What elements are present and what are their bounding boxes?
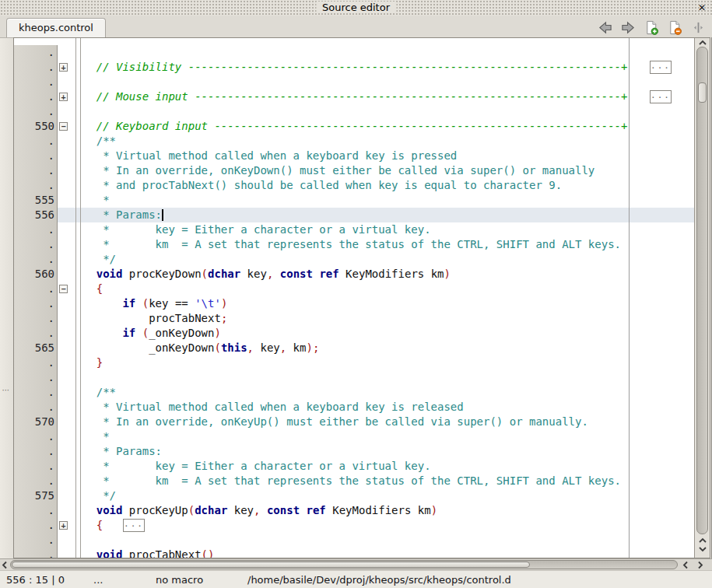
navigate-back-icon[interactable] xyxy=(598,20,612,35)
fold-gutter xyxy=(58,75,70,89)
code-line[interactable]: . * Params: xyxy=(14,444,694,459)
code-line[interactable]: 550− // Keyboard input -----------------… xyxy=(14,119,694,134)
vertical-scroll-thumb[interactable] xyxy=(698,82,707,103)
scroll-left-icon[interactable] xyxy=(682,561,691,569)
code-line[interactable]: . void procTabNext() xyxy=(14,548,694,558)
code-line[interactable]: 555 * xyxy=(14,193,694,208)
fold-gutter xyxy=(58,104,70,119)
code-text: // Keyboard input ----------------------… xyxy=(70,119,694,134)
code-line[interactable]: . * km = A set that represents the statu… xyxy=(14,237,694,252)
code-line[interactable]: 570 * In an override, onKeyUp() must eit… xyxy=(14,415,694,429)
scroll-up-icon[interactable] xyxy=(698,39,707,47)
line-number: . xyxy=(14,149,58,163)
code-line[interactable]: .+ // Mouse input ----------------------… xyxy=(14,89,694,104)
code-line[interactable]: . * Virtual method called when a keyboar… xyxy=(14,400,694,415)
code-line[interactable]: .+ {... xyxy=(14,518,694,533)
navigate-forward-icon[interactable] xyxy=(621,20,636,35)
fold-gutter: − xyxy=(58,282,70,296)
side-splitter[interactable]: ⋯ xyxy=(0,37,13,558)
folded-code-box[interactable]: ... xyxy=(123,519,145,532)
code-text xyxy=(70,370,694,385)
line-number: . xyxy=(14,252,58,267)
line-number: . xyxy=(14,533,58,548)
code-line[interactable]: . } xyxy=(14,355,694,370)
scroll-down-icon[interactable] xyxy=(698,545,707,553)
code-line[interactable]: . void procKeyUp(dchar key, const ref Ke… xyxy=(14,503,694,518)
fold-collapse-icon[interactable]: − xyxy=(59,122,68,131)
scroll-right-icon[interactable] xyxy=(696,561,705,569)
code-line[interactable]: . * and procTabNext() should be called w… xyxy=(14,178,694,193)
code-line[interactable]: . * Virtual method called when a keyboar… xyxy=(14,149,694,163)
fold-gutter xyxy=(58,370,70,385)
code-text: * xyxy=(70,429,694,444)
fold-expand-icon[interactable]: + xyxy=(59,93,68,101)
code-line[interactable]: .− { xyxy=(14,282,694,296)
fold-gutter xyxy=(58,178,70,193)
code-text: void procKeyUp(dchar key, const ref KeyM… xyxy=(70,503,694,518)
fold-expand-icon[interactable]: + xyxy=(59,521,68,530)
code-text: * km = A set that represents the status … xyxy=(70,474,694,488)
code-line[interactable]: . xyxy=(14,104,694,119)
tab-kheops-control[interactable]: kheops.control xyxy=(6,18,106,37)
fold-gutter xyxy=(58,459,70,474)
code-line[interactable]: 560 void procKeyDown(dchar key, const re… xyxy=(14,267,694,282)
code-line[interactable]: . */ xyxy=(14,252,694,267)
horizontal-scroll-thumb[interactable] xyxy=(12,562,530,568)
close-document-icon[interactable] xyxy=(668,20,682,35)
code-line[interactable]: . xyxy=(14,45,694,60)
vertical-scrollbar[interactable] xyxy=(694,38,710,558)
code-line[interactable]: . if (key == '\t') xyxy=(14,296,694,311)
code-line[interactable]: . xyxy=(14,75,694,89)
code-line[interactable]: 575 */ xyxy=(14,488,694,503)
code-text: * key = Either a character or a virtual … xyxy=(70,222,694,237)
code-line[interactable]: . xyxy=(14,533,694,548)
editor-toolbar xyxy=(598,19,706,36)
code-text: * Params: xyxy=(70,444,694,459)
code-line[interactable]: . /** xyxy=(14,134,694,149)
close-icon[interactable]: ✕ xyxy=(696,2,708,14)
code-line[interactable]: . /** xyxy=(14,385,694,400)
dock-title-bar[interactable]: Source editor ✕ xyxy=(0,0,712,16)
fold-gutter xyxy=(58,429,70,444)
fold-gutter xyxy=(58,355,70,370)
code-line[interactable]: . if (_onKeyDown) xyxy=(14,326,694,341)
toggle-split-icon[interactable] xyxy=(691,20,706,35)
code-editor[interactable]: ..+ // Visibility ----------------------… xyxy=(13,37,710,558)
horizontal-scrollbar[interactable] xyxy=(0,558,712,570)
code-text: { xyxy=(70,282,694,296)
code-line[interactable]: . * xyxy=(14,429,694,444)
line-number: . xyxy=(14,474,58,488)
code-line[interactable]: . * km = A set that represents the statu… xyxy=(14,474,694,488)
code-line[interactable]: . * In an override, onKeyDown() must eit… xyxy=(14,163,694,178)
code-text xyxy=(70,75,694,89)
code-line[interactable]: . * key = Either a character or a virtua… xyxy=(14,459,694,474)
splitter-grip-icon[interactable]: ⋯ xyxy=(1,386,12,394)
vertical-scroll-track[interactable] xyxy=(696,47,708,534)
fold-gutter xyxy=(58,134,70,149)
line-number: 550 xyxy=(14,119,58,134)
folded-code-box[interactable]: ... xyxy=(650,90,672,103)
line-number: 565 xyxy=(14,341,58,355)
code-line[interactable]: .+ // Visibility -----------------------… xyxy=(14,60,694,75)
code-text: void procKeyDown(dchar key, const ref Ke… xyxy=(70,267,694,282)
new-document-icon[interactable] xyxy=(644,20,659,35)
code-line[interactable]: . procTabNext; xyxy=(14,311,694,326)
fold-gutter xyxy=(58,488,70,503)
scroll-up-icon[interactable] xyxy=(698,537,707,544)
line-number: . xyxy=(14,237,58,252)
code-line[interactable]: . xyxy=(14,370,694,385)
code-line[interactable]: . * key = Either a character or a virtua… xyxy=(14,222,694,237)
code-text xyxy=(70,45,694,60)
fold-gutter: + xyxy=(58,518,70,533)
line-number: . xyxy=(14,163,58,178)
code-line[interactable]: 565 _onKeyDown(this, key, km); xyxy=(14,341,694,355)
tab-label: kheops.control xyxy=(19,22,93,33)
line-number: . xyxy=(14,75,58,89)
code-line[interactable]: 556 * Params: xyxy=(14,208,694,222)
folded-code-box[interactable]: ... xyxy=(650,61,672,74)
horizontal-scroll-track[interactable] xyxy=(10,560,678,569)
fold-collapse-icon[interactable]: − xyxy=(59,285,68,293)
fold-expand-icon[interactable]: + xyxy=(59,63,68,72)
line-number: 570 xyxy=(14,415,58,429)
scroll-left-icon[interactable] xyxy=(1,561,10,569)
